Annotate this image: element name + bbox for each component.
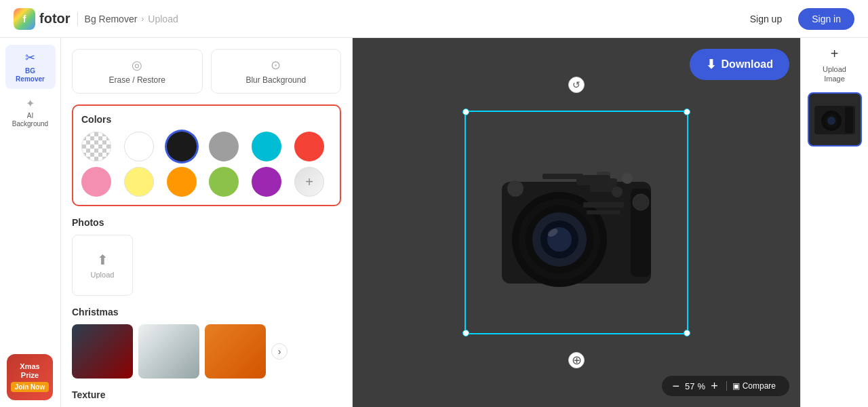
breadcrumb-current: Upload — [148, 14, 178, 24]
upload-image-label: UploadImage — [823, 64, 846, 84]
color-swatch-red[interactable] — [294, 132, 324, 161]
logo-icon: f — [14, 8, 35, 30]
xmas-join-label: Join Now — [11, 382, 49, 392]
image-thumbnail[interactable] — [808, 92, 862, 147]
christmas-gallery: › — [72, 324, 341, 379]
color-swatch-gray[interactable] — [209, 132, 239, 161]
color-swatch-black[interactable] — [167, 132, 197, 161]
zoom-value: 57 — [685, 381, 694, 391]
svg-point-17 — [633, 194, 649, 210]
header-divider — [77, 12, 78, 26]
svg-point-13 — [507, 180, 524, 197]
thumbnail-camera-svg — [811, 99, 859, 140]
compare-icon: ▣ — [732, 381, 740, 391]
sidebar-label-bg-remover: BGRemover — [16, 67, 45, 83]
christmas-thumb-2[interactable] — [138, 324, 199, 379]
scissors-icon: ✂ — [25, 50, 35, 65]
zoom-minus-button[interactable]: − — [670, 380, 683, 392]
color-swatch-orange[interactable] — [167, 167, 197, 197]
zoom-plus-button[interactable]: + — [708, 380, 721, 392]
tool-tabs: ◎ Erase / Restore ⊙ Blur Background — [72, 49, 341, 94]
photos-upload-label: Upload — [91, 271, 115, 279]
signin-button[interactable]: Sign in — [798, 8, 854, 30]
svg-rect-14 — [542, 174, 583, 179]
signup-button[interactable]: Sign up — [742, 9, 790, 28]
download-button[interactable]: ⬇ Download — [690, 49, 789, 80]
tab-blur-background-label: Blur Background — [245, 75, 306, 85]
tab-blur-background[interactable]: ⊙ Blur Background — [211, 49, 342, 94]
color-swatch-white[interactable] — [124, 132, 154, 161]
header-right: Sign up Sign in — [742, 8, 854, 30]
svg-point-22 — [827, 117, 835, 125]
photos-upload-box[interactable]: ⬆ Upload — [72, 235, 133, 296]
main-content: ✂ BGRemover ✦ AIBackground ◎ Erase / Res… — [0, 38, 868, 407]
color-swatch-add[interactable]: + — [294, 167, 324, 197]
breadcrumb: Bg Remover › Upload — [85, 14, 178, 24]
xmas-text: XmasPrize — [20, 362, 39, 380]
tab-erase-restore[interactable]: ◎ Erase / Restore — [72, 49, 203, 94]
blur-background-icon: ⊙ — [271, 58, 281, 73]
svg-point-18 — [622, 173, 633, 184]
left-sidebar: ✂ BGRemover ✦ AIBackground — [0, 38, 61, 407]
upload-image-button[interactable]: + UploadImage — [823, 46, 846, 84]
colors-title: Colors — [81, 114, 332, 125]
camera-svg — [481, 141, 671, 304]
tools-panel: ◎ Erase / Restore ⊙ Blur Background Colo… — [61, 38, 353, 407]
christmas-title: Christmas — [72, 307, 341, 317]
upload-icon: ⬆ — [97, 252, 108, 268]
header-left: f fotor Bg Remover › Upload — [14, 8, 178, 30]
gallery-next-arrow[interactable]: › — [271, 343, 288, 360]
color-swatch-pink[interactable] — [81, 167, 111, 197]
plus-icon: + — [831, 46, 839, 62]
svg-rect-15 — [583, 202, 624, 208]
header: f fotor Bg Remover › Upload Sign up Sign… — [0, 0, 868, 38]
color-swatch-green[interactable] — [209, 167, 239, 197]
logo: f fotor — [14, 8, 71, 30]
download-label: Download — [722, 58, 773, 71]
sidebar-item-bg-remover[interactable]: ✂ BGRemover — [5, 45, 56, 89]
compare-button[interactable]: ▣ Compare — [726, 381, 781, 391]
svg-rect-23 — [845, 107, 853, 133]
color-swatch-yellow[interactable] — [124, 167, 154, 197]
tab-erase-restore-label: Erase / Restore — [109, 75, 165, 85]
zoom-symbol: % — [698, 381, 706, 391]
christmas-section: Christmas › — [72, 307, 341, 379]
download-icon: ⬇ — [706, 57, 716, 72]
color-swatch-transparent[interactable] — [81, 132, 111, 161]
photos-section: Photos ⬆ Upload — [72, 217, 341, 296]
right-panel: + UploadImage — [800, 38, 868, 407]
rotate-handle[interactable]: ↺ — [568, 77, 585, 93]
color-swatch-purple[interactable] — [252, 167, 281, 197]
xmas-badge[interactable]: XmasPrize Join Now — [7, 354, 53, 400]
svg-point-11 — [612, 187, 623, 197]
christmas-thumb-3[interactable] — [205, 324, 266, 379]
christmas-thumb-1[interactable] — [72, 324, 133, 379]
canvas-image-container: ↺ — [458, 97, 695, 348]
compare-label: Compare — [743, 381, 776, 391]
canvas-image — [458, 97, 695, 348]
canvas-area[interactable]: ⬇ Download ↺ — [353, 38, 800, 407]
ai-icon: ✦ — [26, 97, 35, 110]
color-grid: + — [81, 132, 332, 197]
zoom-controls: − 57 % + ▣ Compare — [662, 376, 789, 396]
breadcrumb-sep: › — [141, 14, 144, 24]
photos-title: Photos — [72, 217, 341, 228]
app-name: Bg Remover — [85, 14, 138, 24]
color-swatch-cyan[interactable] — [252, 132, 281, 161]
svg-rect-16 — [587, 210, 620, 214]
texture-title: Texture — [72, 389, 341, 400]
sidebar-item-ai-background[interactable]: ✦ AIBackground — [5, 92, 56, 134]
sidebar-label-ai-background: AIBackground — [12, 112, 48, 128]
colors-section: Colors + — [72, 104, 341, 206]
add-handle[interactable]: ⊕ — [568, 352, 585, 368]
texture-section: Texture — [72, 389, 341, 400]
erase-restore-icon: ◎ — [132, 58, 142, 73]
logo-text: fotor — [39, 11, 71, 26]
